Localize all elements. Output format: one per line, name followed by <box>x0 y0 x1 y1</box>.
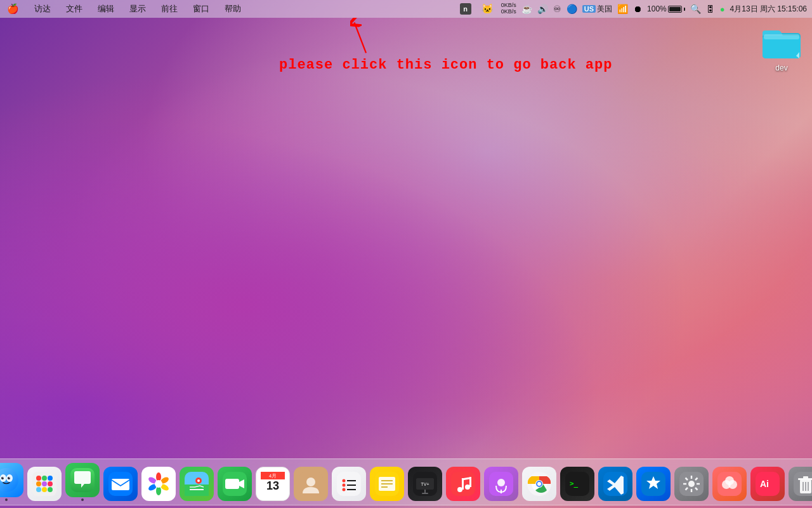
dock-item-trash[interactable] <box>789 467 812 501</box>
dock-item-reminders[interactable] <box>332 467 366 501</box>
siri-icon[interactable]: ● <box>720 4 725 14</box>
dock-item-creative[interactable]: Ai <box>750 467 785 501</box>
svg-point-10 <box>9 478 10 478</box>
svg-point-68 <box>497 479 505 486</box>
control-center-icon[interactable]: 🎛 <box>706 4 715 14</box>
svg-line-0 <box>355 22 366 53</box>
finder-icon <box>0 463 23 497</box>
terminal-icon: >_ <box>560 467 594 501</box>
contacts-icon <box>294 467 328 501</box>
dock-item-calendar[interactable]: 4月13 <box>256 467 290 501</box>
menu-help[interactable]: 帮助 <box>223 3 243 15</box>
volume-icon[interactable]: 🔊 <box>537 4 548 14</box>
dock-item-maps[interactable] <box>180 467 214 501</box>
svg-point-44 <box>306 478 315 486</box>
svg-point-46 <box>343 479 346 483</box>
svg-point-91 <box>725 476 734 485</box>
launchpad-icon <box>27 467 62 501</box>
menu-view[interactable]: 显示 <box>128 3 148 15</box>
dock-item-mail[interactable] <box>103 467 138 501</box>
cat-menubar-icon[interactable]: 🐱 <box>479 2 496 16</box>
mail-icon <box>103 467 138 501</box>
svg-point-62 <box>457 487 462 492</box>
svg-text:13: 13 <box>266 479 279 492</box>
svg-point-14 <box>48 476 53 481</box>
svg-point-18 <box>36 487 41 492</box>
dock-item-tv[interactable]: TV+ <box>408 467 442 501</box>
dock-item-photos2[interactable] <box>712 467 747 501</box>
chrome-icon <box>522 467 556 501</box>
finder-dot <box>5 498 8 501</box>
podcasts-icon <box>484 467 518 501</box>
caffeine-icon[interactable]: ☕ <box>521 4 532 14</box>
dock-item-vscode[interactable] <box>598 467 632 501</box>
screenrecord-icon[interactable]: ⏺ <box>633 4 642 14</box>
menubar-left: 🍎 访达 文件 编辑 显示 前往 窗口 帮助 <box>5 3 243 15</box>
svg-text:TV+: TV+ <box>421 482 429 486</box>
dock-item-facetime[interactable] <box>218 467 252 501</box>
bluetooth-icon[interactable]: 🔵 <box>566 4 577 14</box>
dock-item-terminal[interactable]: >_ <box>560 467 594 501</box>
facetime-icon <box>218 467 252 501</box>
spotlight-icon[interactable]: 🔍 <box>690 4 701 14</box>
photos-icon <box>141 467 176 501</box>
dock: 4月13 <box>0 458 812 505</box>
wifi-icon[interactable]: 📶 <box>617 4 628 14</box>
network-speed: 0KB/s 0KB/s <box>501 3 516 15</box>
menu-window[interactable]: 窗口 <box>191 3 211 15</box>
dock-item-launchpad[interactable] <box>27 467 62 501</box>
svg-rect-23 <box>112 479 129 490</box>
dock-item-chrome[interactable] <box>522 467 556 501</box>
battery-indicator: 100% <box>647 4 685 13</box>
svg-line-66 <box>462 478 469 479</box>
dock-item-settings[interactable] <box>674 467 709 501</box>
dock-item-contacts[interactable] <box>294 467 328 501</box>
reminders-icon <box>332 467 366 501</box>
svg-rect-59 <box>422 493 428 494</box>
menu-edit[interactable]: 编辑 <box>96 3 116 15</box>
svg-text:Ai: Ai <box>760 479 769 489</box>
svg-point-7 <box>1 477 4 479</box>
dock-item-appstore[interactable] <box>636 467 671 501</box>
dock-item-notes[interactable] <box>370 467 404 501</box>
notion-icon: n <box>460 3 471 15</box>
svg-rect-97 <box>803 476 808 479</box>
apple-menu[interactable]: 🍎 <box>5 3 21 15</box>
desktop: 🍎 访达 文件 编辑 显示 前往 窗口 帮助 n 🐱 0KB/s 0KB/s <box>0 0 812 508</box>
photos2-icon <box>712 467 747 501</box>
svg-point-19 <box>42 487 47 492</box>
input-source[interactable]: US 美国 <box>582 4 612 15</box>
svg-point-48 <box>343 484 346 487</box>
menu-file[interactable]: 文件 <box>64 3 84 15</box>
menu-go[interactable]: 前往 <box>159 3 180 15</box>
svg-text:4月: 4月 <box>269 473 277 479</box>
music-icon <box>446 467 480 501</box>
dock-item-podcasts[interactable] <box>484 467 518 501</box>
svg-rect-34 <box>185 490 209 496</box>
dock-item-music[interactable] <box>446 467 480 501</box>
dev-folder-icon[interactable]: dev <box>761 25 802 72</box>
svg-point-50 <box>343 488 346 491</box>
svg-point-28 <box>156 486 161 495</box>
svg-point-15 <box>36 481 41 486</box>
svg-point-31 <box>155 480 162 488</box>
dock-item-finder[interactable] <box>0 463 23 501</box>
datetime-display: 4月13日 周六 15:15:06 <box>730 4 807 15</box>
folder-svg <box>761 25 802 61</box>
dock-item-photos[interactable] <box>141 467 176 501</box>
menu-finder[interactable]: 访达 <box>32 3 53 15</box>
accessibility-icon[interactable]: ♾ <box>553 4 561 14</box>
svg-point-13 <box>42 476 47 481</box>
dock-item-messages[interactable] <box>65 463 100 501</box>
calendar-icon: 4月13 <box>256 467 290 501</box>
maps-icon <box>180 467 214 501</box>
trash-icon <box>789 467 812 501</box>
svg-rect-65 <box>469 477 471 487</box>
messages-icon <box>65 463 100 497</box>
notion-menubar-icon[interactable]: n <box>457 2 474 16</box>
svg-point-73 <box>537 482 541 486</box>
svg-point-63 <box>465 485 470 490</box>
battery-bar <box>668 6 685 13</box>
svg-point-9 <box>3 478 3 478</box>
menubar: 🍎 访达 文件 编辑 显示 前往 窗口 帮助 n 🐱 0KB/s 0KB/s <box>0 0 812 18</box>
